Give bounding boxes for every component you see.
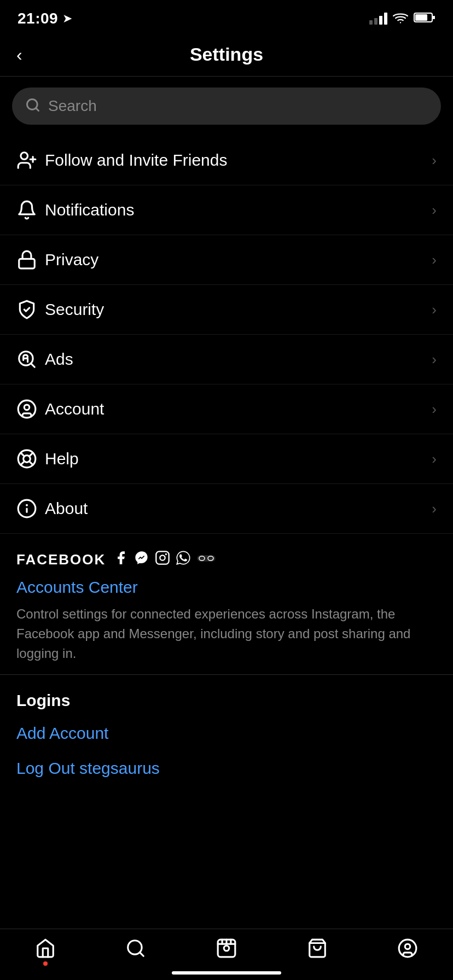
svg-line-16 bbox=[30, 453, 33, 456]
follow-friends-label: Follow and Invite Friends bbox=[45, 151, 432, 170]
accounts-center-link[interactable]: Accounts Center bbox=[16, 578, 437, 597]
privacy-icon bbox=[16, 249, 45, 270]
nav-home[interactable] bbox=[35, 938, 56, 964]
menu-item-help[interactable]: Help › bbox=[0, 434, 453, 484]
chevron-right-icon: › bbox=[432, 451, 437, 468]
wifi-icon bbox=[393, 11, 408, 26]
profile-icon bbox=[397, 938, 418, 964]
logins-section: Logins Add Account Log Out stegsaurus bbox=[0, 675, 453, 778]
back-button[interactable]: ‹ bbox=[16, 46, 22, 63]
svg-point-37 bbox=[405, 944, 410, 949]
svg-point-30 bbox=[224, 946, 229, 951]
chevron-right-icon: › bbox=[432, 351, 437, 368]
svg-line-4 bbox=[36, 108, 38, 110]
menu-item-security[interactable]: Security › bbox=[0, 285, 453, 335]
meta-icon bbox=[196, 550, 216, 569]
svg-rect-8 bbox=[19, 259, 35, 268]
menu-item-notifications[interactable]: Notifications › bbox=[0, 185, 453, 235]
svg-point-11 bbox=[24, 405, 30, 410]
security-label: Security bbox=[45, 300, 432, 319]
page-title: Settings bbox=[190, 44, 263, 65]
messenger-icon bbox=[134, 550, 149, 569]
add-account-link[interactable]: Add Account bbox=[16, 724, 437, 743]
svg-line-14 bbox=[21, 453, 24, 456]
search-placeholder: Search bbox=[48, 97, 97, 115]
reels-icon bbox=[216, 938, 237, 964]
logout-link[interactable]: Log Out stegsaurus bbox=[16, 759, 437, 778]
status-bar: 21:09 ➤ bbox=[0, 0, 453, 33]
svg-line-15 bbox=[30, 462, 33, 465]
facebook-section: FACEBOOK bbox=[0, 534, 453, 675]
menu-item-account[interactable]: Account › bbox=[0, 384, 453, 434]
settings-header: ‹ Settings bbox=[0, 33, 453, 76]
svg-line-28 bbox=[140, 952, 144, 956]
search-bar[interactable]: Search bbox=[12, 88, 441, 125]
menu-item-privacy[interactable]: Privacy › bbox=[0, 235, 453, 285]
svg-point-5 bbox=[21, 153, 28, 160]
shop-icon bbox=[307, 938, 328, 964]
account-label: Account bbox=[45, 400, 432, 418]
svg-rect-21 bbox=[156, 551, 169, 564]
facebook-header: FACEBOOK bbox=[16, 550, 437, 569]
chevron-right-icon: › bbox=[432, 152, 437, 169]
chevron-right-icon: › bbox=[432, 301, 437, 318]
security-icon bbox=[16, 299, 45, 320]
notifications-icon bbox=[16, 200, 45, 220]
home-notification-dot bbox=[43, 961, 48, 966]
search-icon bbox=[25, 97, 40, 115]
chevron-right-icon: › bbox=[432, 252, 437, 269]
search-nav-icon bbox=[125, 938, 146, 964]
instagram-icon bbox=[155, 550, 170, 569]
nav-profile[interactable] bbox=[397, 938, 418, 964]
menu-item-follow[interactable]: Follow and Invite Friends › bbox=[0, 136, 453, 185]
menu-item-ads[interactable]: Ads › bbox=[0, 335, 453, 384]
svg-point-22 bbox=[160, 555, 165, 560]
facebook-desc: Control settings for connected experienc… bbox=[16, 604, 437, 663]
facebook-icon bbox=[113, 550, 129, 569]
notifications-label: Notifications bbox=[45, 201, 432, 219]
svg-rect-2 bbox=[433, 16, 435, 19]
battery-icon bbox=[414, 11, 435, 26]
home-icon bbox=[35, 938, 56, 964]
facebook-brand-label: FACEBOOK bbox=[16, 551, 106, 568]
nav-reels[interactable] bbox=[216, 938, 237, 964]
search-container: Search bbox=[0, 77, 453, 136]
logins-title: Logins bbox=[16, 691, 437, 710]
svg-line-17 bbox=[21, 462, 24, 465]
privacy-label: Privacy bbox=[45, 250, 432, 269]
home-indicator bbox=[172, 971, 281, 975]
menu-item-about[interactable]: About › bbox=[0, 484, 453, 534]
about-label: About bbox=[45, 499, 432, 518]
svg-point-23 bbox=[166, 554, 166, 555]
follow-friends-icon bbox=[16, 150, 45, 171]
chevron-right-icon: › bbox=[432, 401, 437, 418]
svg-point-13 bbox=[24, 456, 31, 463]
ads-label: Ads bbox=[45, 350, 432, 369]
status-time: 21:09 bbox=[18, 10, 58, 27]
chevron-right-icon: › bbox=[432, 202, 437, 219]
nav-shop[interactable] bbox=[307, 938, 328, 964]
signal-bars-icon bbox=[369, 13, 387, 25]
whatsapp-icon bbox=[176, 550, 191, 569]
account-icon bbox=[16, 399, 45, 419]
chevron-right-icon: › bbox=[432, 500, 437, 517]
location-icon: ➤ bbox=[62, 11, 72, 26]
help-icon bbox=[16, 448, 45, 469]
ads-icon bbox=[16, 349, 45, 370]
settings-menu: Follow and Invite Friends › Notification… bbox=[0, 136, 453, 534]
about-icon bbox=[16, 498, 45, 519]
svg-rect-1 bbox=[415, 14, 427, 21]
nav-search[interactable] bbox=[125, 938, 146, 964]
facebook-app-icons bbox=[113, 550, 216, 569]
status-icons bbox=[369, 11, 435, 26]
help-label: Help bbox=[45, 450, 432, 468]
